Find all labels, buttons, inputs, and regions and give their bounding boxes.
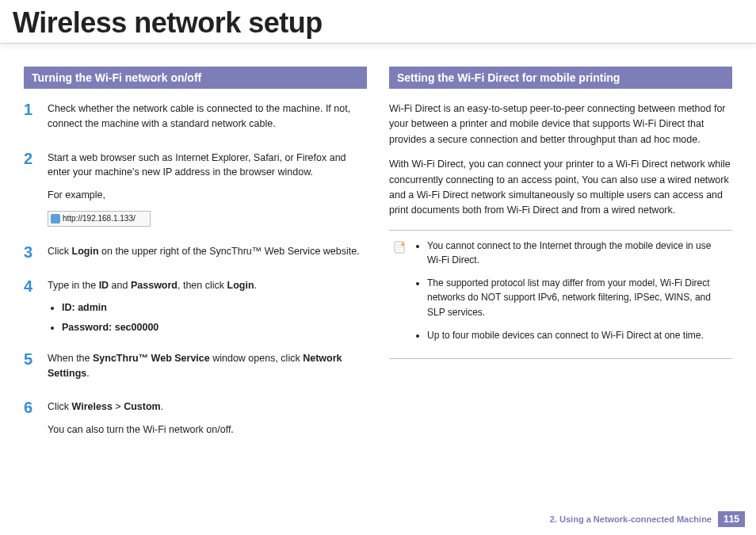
url-text: http://192.168.1.133/ [63, 212, 136, 224]
step-number: 4 [24, 277, 48, 340]
right-column: Setting the Wi-Fi Direct for mobile prin… [389, 67, 732, 457]
step-6: 6 Click Wireless > Custom. You can also … [24, 399, 367, 445]
step-body: Start a web browser such as Internet Exp… [48, 151, 367, 233]
page-icon [51, 214, 60, 224]
step-text: Type in the ID and Password, then click … [48, 278, 367, 293]
paragraph-2: With Wi-Fi Direct, you can connect your … [389, 157, 732, 219]
step-3: 3 Click Login on the upper right of the … [24, 244, 367, 267]
note-item: The supported protocol list may differ f… [427, 276, 727, 320]
step-4: 4 Type in the ID and Password, then clic… [24, 278, 367, 340]
step-2: 2 Start a web browser such as Internet E… [24, 151, 367, 233]
credential-password: Password: sec00000 [62, 320, 367, 335]
content-columns: Turning the Wi-Fi network on/off 1 Check… [0, 67, 756, 457]
step-number: 6 [24, 398, 48, 445]
step-extra: You can also turn the Wi-Fi network on/o… [48, 422, 367, 438]
step-body: Click Wireless > Custom. You can also tu… [48, 399, 367, 445]
footer-chapter: 2. Using a Network-connected Machine [550, 514, 712, 524]
url-bar-example: http://192.168.1.133/ [48, 211, 151, 227]
section-header-left: Turning the Wi-Fi network on/off [24, 67, 367, 89]
step-number: 1 [24, 100, 48, 139]
step-text: When the SyncThru™ Web Service window op… [48, 351, 367, 381]
step-body: Click Login on the upper right of the Sy… [48, 244, 367, 267]
paragraph-1: Wi-Fi Direct is an easy-to-setup peer-to… [389, 101, 732, 147]
title-divider [0, 43, 756, 44]
note-icon [392, 240, 407, 254]
note-item: Up to four mobile devices can connect to… [427, 328, 727, 343]
step-number: 2 [24, 149, 48, 233]
page-footer: 2. Using a Network-connected Machine 115 [550, 511, 745, 527]
step-text: Click Login on the upper right of the Sy… [48, 244, 367, 259]
step-extra: For example, [48, 188, 367, 203]
step-5: 5 When the SyncThru™ Web Service window … [24, 351, 367, 389]
credential-id: ID: admin [62, 300, 367, 315]
step-number: 5 [24, 350, 48, 389]
step-text: Check whether the network cable is conne… [48, 101, 367, 132]
step-number: 3 [24, 243, 48, 267]
step-text: Click Wireless > Custom. [48, 399, 367, 415]
step-body: When the SyncThru™ Web Service window op… [48, 351, 367, 389]
step-body: Check whether the network cable is conne… [48, 101, 367, 139]
note-box: You cannot connect to the Internet throu… [389, 230, 732, 360]
note-list: You cannot connect to the Internet throu… [427, 239, 727, 351]
step-body: Type in the ID and Password, then click … [48, 278, 367, 340]
step-1: 1 Check whether the network cable is con… [24, 101, 367, 139]
note-item: You cannot connect to the Internet throu… [427, 239, 727, 268]
step-text: Start a web browser such as Internet Exp… [48, 151, 367, 181]
credential-list: ID: admin Password: sec00000 [62, 300, 367, 335]
section-header-right: Setting the Wi-Fi Direct for mobile prin… [389, 67, 732, 89]
left-column: Turning the Wi-Fi network on/off 1 Check… [24, 67, 367, 457]
page-title: Wireless network setup [0, 0, 756, 43]
step-list: 1 Check whether the network cable is con… [24, 101, 367, 445]
page-number: 115 [718, 511, 745, 527]
